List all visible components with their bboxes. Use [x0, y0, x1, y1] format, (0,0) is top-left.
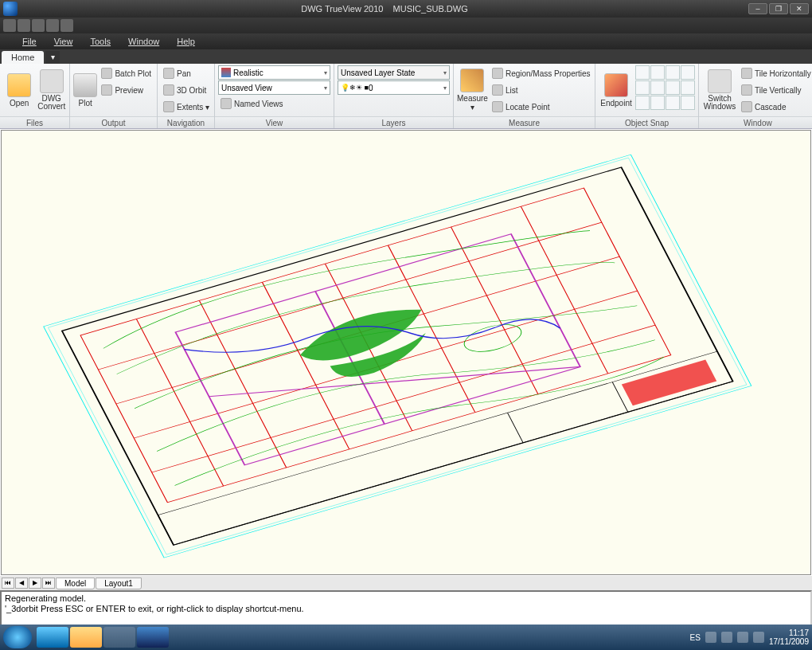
tile-v-icon	[741, 84, 752, 96]
qat-open-icon[interactable]	[18, 19, 30, 32]
start-button[interactable]	[3, 626, 32, 648]
group-window-label: Window	[699, 116, 812, 128]
taskbar: ES 11:1717/11/2009	[0, 625, 812, 650]
tray-language[interactable]: ES	[690, 633, 701, 642]
tab-home[interactable]: Home	[2, 51, 44, 64]
menu-view[interactable]: View	[46, 35, 81, 48]
app-icon	[3, 2, 18, 16]
extents-icon	[163, 101, 174, 112]
model-tabs: ⏮ ◀ ▶ ⏭ Model Layout1	[0, 576, 812, 590]
open-button[interactable]: Open	[3, 65, 35, 115]
tray-volume-icon[interactable]	[753, 632, 764, 643]
tray-icon-2[interactable]	[721, 632, 732, 643]
ruler-icon	[460, 69, 484, 92]
svg-rect-19	[175, 234, 580, 465]
menu-bar: File View Tools Window Help	[0, 33, 812, 49]
current-layer-combo[interactable]: 💡❄☀ ■ 0	[338, 80, 450, 95]
task-trueview-icon[interactable]	[137, 627, 169, 648]
svg-line-12	[136, 319, 223, 486]
region-mass-button[interactable]: Region/Mass Properties	[490, 65, 593, 81]
command-window[interactable]: Regenerating model. '_3dorbit Press ESC …	[0, 590, 812, 627]
ribbon-tabs: Home ▾	[0, 49, 812, 64]
menu-help[interactable]: Help	[169, 35, 203, 48]
titlebar: DWG TrueView 2010 MUSIC_SUB.DWG – ❐ ✕	[0, 0, 812, 18]
dwg-convert-button[interactable]: DWG Convert	[37, 65, 66, 115]
tray-icon-1[interactable]	[705, 632, 716, 643]
measure-button[interactable]: Measure▾	[457, 65, 488, 115]
named-views-icon	[221, 98, 232, 109]
printer-icon	[73, 73, 97, 97]
osnap-grid[interactable]	[635, 65, 695, 110]
locate-icon	[492, 101, 503, 112]
task-app1-icon[interactable]	[103, 627, 135, 648]
tab-nav-prev[interactable]: ◀	[15, 578, 28, 589]
drawing-svg	[2, 131, 810, 574]
minimize-button[interactable]: –	[748, 3, 767, 14]
task-ie-icon[interactable]	[37, 627, 68, 648]
tile-horizontal-button[interactable]: Tile Horizontally	[739, 65, 812, 81]
group-view-label: View	[215, 116, 334, 128]
tile-h-icon	[741, 68, 752, 79]
maximize-button[interactable]: ❐	[769, 3, 788, 14]
folder-open-icon	[7, 73, 31, 97]
qat-redo-icon[interactable]	[61, 19, 73, 32]
group-layers-label: Layers	[334, 116, 453, 128]
close-button[interactable]: ✕	[790, 3, 809, 14]
group-osnap-label: Object Snap	[595, 116, 698, 128]
batch-plot-button[interactable]: Batch Plot	[99, 65, 154, 81]
switch-windows-icon	[708, 69, 732, 93]
cascade-button[interactable]: Cascade	[739, 99, 812, 115]
drawing-canvas[interactable]	[1, 130, 811, 575]
system-tray: ES 11:1717/11/2009	[690, 628, 809, 646]
tab-layout1[interactable]: Layout1	[96, 578, 142, 589]
quick-access-toolbar	[0, 18, 812, 33]
group-measure-label: Measure	[454, 116, 595, 128]
visual-style-combo[interactable]: Realistic	[218, 65, 330, 80]
dwg-convert-icon	[40, 69, 64, 93]
named-views-button[interactable]: Named Views	[218, 96, 330, 112]
qat-plot-icon[interactable]	[32, 19, 45, 32]
list-icon	[492, 84, 503, 96]
layer-state-combo[interactable]: Unsaved Layer State	[338, 65, 450, 80]
preview-icon	[101, 84, 112, 96]
svg-line-13	[199, 300, 286, 468]
saved-view-combo[interactable]: Unsaved View	[218, 80, 330, 95]
tab-nav-last[interactable]: ⏭	[42, 578, 55, 589]
orbit-button[interactable]: 3D Orbit	[161, 82, 212, 98]
group-files-label: Files	[0, 116, 69, 128]
qat-undo-icon[interactable]	[46, 19, 59, 32]
plot-button[interactable]: Plot	[73, 65, 97, 115]
group-output-label: Output	[70, 116, 157, 128]
qat-new-icon[interactable]	[3, 19, 16, 32]
batch-plot-icon	[101, 68, 112, 79]
title-text: DWG TrueView 2010 MUSIC_SUB.DWG	[21, 4, 748, 14]
ribbon: Open DWG Convert Files Plot Batch Plot P…	[0, 64, 812, 129]
region-icon	[492, 68, 503, 79]
canvas-area: ⏮ ◀ ▶ ⏭ Model Layout1	[0, 129, 812, 590]
tray-network-icon[interactable]	[737, 632, 748, 643]
task-explorer-icon[interactable]	[70, 627, 102, 648]
svg-line-18	[521, 206, 607, 374]
svg-line-4	[508, 413, 524, 443]
tab-extra[interactable]: ▾	[45, 51, 60, 64]
endpoint-button[interactable]: Endpoint	[599, 65, 634, 115]
tile-vertical-button[interactable]: Tile Vertically	[739, 82, 812, 98]
orbit-icon	[163, 84, 174, 96]
menu-file[interactable]: File	[14, 35, 45, 48]
menu-tools[interactable]: Tools	[82, 35, 119, 48]
svg-rect-6	[622, 360, 716, 406]
switch-windows-button[interactable]: Switch Windows	[702, 65, 737, 115]
preview-button[interactable]: Preview	[99, 82, 154, 98]
tab-model[interactable]: Model	[56, 578, 95, 589]
pan-button[interactable]: Pan	[161, 65, 212, 81]
cascade-icon	[741, 101, 752, 112]
menu-window[interactable]: Window	[120, 35, 167, 48]
endpoint-icon	[604, 73, 628, 97]
extents-button[interactable]: Extents▾	[161, 99, 212, 115]
list-button[interactable]: List	[490, 82, 593, 98]
tab-nav-next[interactable]: ▶	[29, 578, 41, 589]
locate-point-button[interactable]: Locate Point	[490, 99, 593, 115]
tab-nav-first[interactable]: ⏮	[2, 578, 14, 589]
pan-icon	[163, 68, 174, 79]
tray-clock[interactable]: 11:1717/11/2009	[769, 628, 809, 646]
